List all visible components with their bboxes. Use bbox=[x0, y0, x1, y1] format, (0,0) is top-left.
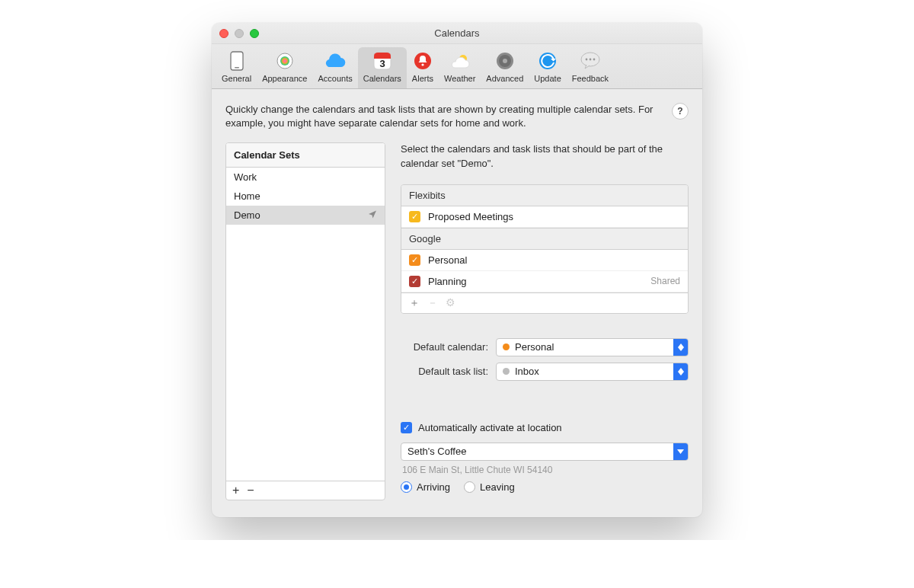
calendar-checkbox[interactable]: ✓ bbox=[409, 276, 420, 287]
location-select[interactable]: Seth's Coffee bbox=[401, 443, 689, 461]
tab-weather[interactable]: Weather bbox=[439, 47, 481, 88]
calendar-set-item[interactable]: Demo bbox=[226, 206, 385, 225]
default-tasklist-label: Default task list: bbox=[401, 366, 488, 377]
arriving-option[interactable]: Arriving bbox=[401, 481, 450, 493]
calendar-settings-button[interactable]: ⚙ bbox=[446, 296, 455, 310]
tasklist-color-dot bbox=[503, 368, 510, 375]
calendar-row[interactable]: ✓ Planning Shared bbox=[401, 271, 688, 292]
tab-appearance[interactable]: Appearance bbox=[257, 47, 312, 88]
auto-activate-label: Automatically activate at location bbox=[418, 422, 562, 433]
zoom-window-button[interactable] bbox=[250, 29, 259, 38]
calendar-list-footer: ＋ － ⚙ bbox=[401, 292, 688, 313]
tab-calendars[interactable]: 3 Calendars bbox=[358, 47, 407, 88]
tab-update[interactable]: Update bbox=[529, 47, 566, 88]
calendar-sets-list: Work Home Demo bbox=[226, 168, 385, 481]
calendar-sets-header: Calendar Sets bbox=[226, 143, 385, 168]
auto-activate-row[interactable]: ✓ Automatically activate at location bbox=[401, 422, 689, 433]
add-set-button[interactable]: + bbox=[232, 484, 239, 497]
add-calendar-button[interactable]: ＋ bbox=[409, 296, 420, 310]
svg-point-13 bbox=[503, 59, 507, 63]
svg-point-18 bbox=[593, 59, 596, 61]
right-column: Select the calendars and task lists that… bbox=[401, 142, 689, 503]
radio-button[interactable] bbox=[464, 481, 475, 493]
tab-label: General bbox=[222, 74, 251, 83]
default-tasklist-select[interactable]: Inbox bbox=[496, 363, 689, 381]
set-label: Demo bbox=[234, 209, 260, 221]
gear-icon bbox=[494, 50, 516, 72]
radio-button[interactable] bbox=[401, 481, 412, 493]
content-area: Quickly change the calendars and task li… bbox=[212, 89, 702, 517]
tab-label: Accounts bbox=[318, 74, 352, 83]
svg-point-9 bbox=[421, 63, 423, 66]
svg-point-16 bbox=[586, 59, 588, 61]
calendar-row[interactable]: ✓ Proposed Meetings bbox=[401, 206, 688, 228]
window-title: Calendars bbox=[434, 27, 479, 39]
popup-arrows-icon bbox=[673, 339, 688, 356]
location-address: 106 E Main St, Little Chute WI 54140 bbox=[402, 465, 687, 475]
shared-badge: Shared bbox=[650, 276, 680, 286]
default-calendar-select[interactable]: Personal bbox=[496, 338, 689, 356]
weather-icon bbox=[449, 50, 471, 72]
bell-icon bbox=[412, 50, 433, 72]
tab-general[interactable]: General bbox=[216, 47, 257, 88]
traffic-lights bbox=[219, 29, 259, 38]
tab-label: Feedback bbox=[572, 74, 609, 83]
tab-feedback[interactable]: Feedback bbox=[567, 47, 614, 88]
calendar-set-item[interactable]: Work bbox=[226, 168, 385, 187]
calendar-checkbox[interactable]: ✓ bbox=[409, 211, 420, 222]
cloud-icon bbox=[324, 50, 346, 72]
svg-point-3 bbox=[280, 56, 289, 66]
select-instruction: Select the calendars and task lists that… bbox=[401, 142, 689, 170]
titlebar: Calendars bbox=[212, 23, 702, 44]
tab-label: Weather bbox=[444, 74, 475, 83]
chevron-down-icon bbox=[673, 443, 688, 460]
location-section: ✓ Automatically activate at location Set… bbox=[401, 411, 689, 503]
tab-label: Advanced bbox=[486, 74, 523, 83]
popup-arrows-icon bbox=[673, 363, 688, 380]
update-icon bbox=[537, 50, 558, 72]
device-icon bbox=[226, 50, 248, 72]
calendar-name: Planning bbox=[428, 276, 467, 287]
calendar-sets-footer: + − bbox=[226, 481, 385, 500]
calendar-group-header: Google bbox=[401, 228, 688, 250]
default-calendar-label: Default calendar: bbox=[401, 341, 488, 353]
calendar-name: Personal bbox=[428, 254, 467, 266]
appearance-icon bbox=[274, 50, 296, 72]
calendar-sets-panel: Calendar Sets Work Home Demo + − bbox=[225, 142, 385, 500]
default-tasklist-value: Inbox bbox=[515, 366, 539, 377]
calendar-set-item[interactable]: Home bbox=[226, 187, 385, 206]
remove-set-button[interactable]: − bbox=[247, 484, 254, 497]
calendar-membership-list: Flexibits ✓ Proposed Meetings Google ✓ P… bbox=[401, 184, 689, 314]
calendar-group-header: Flexibits bbox=[401, 185, 688, 206]
calendar-name: Proposed Meetings bbox=[428, 211, 513, 222]
minimize-window-button[interactable] bbox=[235, 29, 244, 38]
help-button[interactable]: ? bbox=[672, 103, 689, 120]
preferences-toolbar: General Appearance Accounts 3 Calendars bbox=[212, 44, 702, 89]
close-window-button[interactable] bbox=[219, 29, 228, 38]
calendar-color-dot bbox=[503, 344, 510, 350]
leaving-option[interactable]: Leaving bbox=[464, 481, 515, 493]
intro-text: Quickly change the calendars and task li… bbox=[225, 103, 661, 130]
radio-label: Leaving bbox=[480, 481, 515, 493]
location-value: Seth's Coffee bbox=[407, 446, 466, 457]
tab-label: Appearance bbox=[262, 74, 307, 83]
tab-label: Update bbox=[534, 74, 561, 83]
tab-label: Alerts bbox=[412, 74, 433, 83]
tab-accounts[interactable]: Accounts bbox=[312, 47, 357, 88]
default-calendar-value: Personal bbox=[515, 341, 554, 353]
calendar-icon: 3 bbox=[372, 50, 393, 72]
radio-label: Arriving bbox=[417, 481, 450, 493]
calendar-row[interactable]: ✓ Personal bbox=[401, 250, 688, 271]
tab-label: Calendars bbox=[363, 74, 401, 83]
svg-rect-1 bbox=[235, 67, 239, 68]
auto-activate-checkbox[interactable]: ✓ bbox=[401, 422, 412, 433]
svg-point-17 bbox=[590, 59, 592, 61]
location-arrow-icon bbox=[368, 209, 377, 221]
tab-advanced[interactable]: Advanced bbox=[481, 47, 529, 88]
preferences-window: Calendars General Appearance Accounts bbox=[212, 23, 702, 517]
feedback-icon bbox=[580, 50, 601, 72]
tab-alerts[interactable]: Alerts bbox=[407, 47, 439, 88]
calendar-checkbox[interactable]: ✓ bbox=[409, 254, 420, 266]
remove-calendar-button[interactable]: － bbox=[427, 296, 438, 310]
trigger-radio-group: Arriving Leaving bbox=[401, 481, 689, 493]
